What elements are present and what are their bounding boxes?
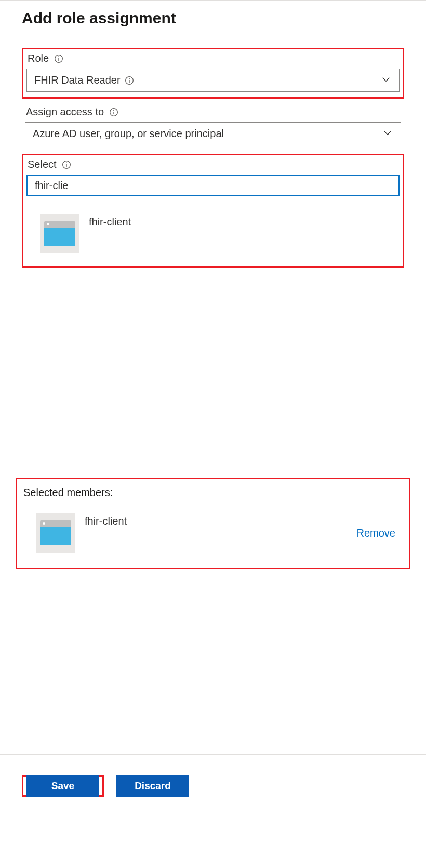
- select-results: fhir-client: [26, 196, 400, 261]
- select-section-highlight: Select fhir-clie fhir-client: [22, 154, 404, 268]
- role-dropdown-value: FHIR Data Reader: [34, 74, 121, 86]
- chevron-down-icon: [380, 73, 392, 87]
- assign-access-section: Assign access to Azure AD user, group, o…: [22, 106, 404, 145]
- search-result-item[interactable]: fhir-client: [40, 214, 398, 261]
- assign-access-value: Azure AD user, group, or service princip…: [33, 128, 224, 140]
- role-label: Role: [28, 52, 49, 64]
- chevron-down-icon: [382, 127, 393, 141]
- app-icon: [36, 513, 75, 553]
- discard-button[interactable]: Discard: [116, 775, 189, 797]
- info-icon[interactable]: [54, 54, 63, 63]
- assign-access-label-row: Assign access to: [26, 106, 401, 118]
- info-icon[interactable]: [109, 108, 118, 117]
- selected-member-item: fhir-client Remove: [22, 513, 404, 560]
- assign-access-dropdown[interactable]: Azure AD user, group, or service princip…: [25, 122, 401, 145]
- footer-divider: [0, 754, 426, 755]
- footer-actions: Save Discard: [22, 775, 189, 797]
- save-button-highlight: Save: [22, 775, 104, 797]
- info-icon[interactable]: [125, 76, 134, 85]
- selected-member-name: fhir-client: [85, 514, 127, 527]
- role-label-row: Role: [28, 52, 400, 64]
- svg-point-2: [58, 56, 59, 57]
- assign-access-label: Assign access to: [26, 106, 104, 118]
- role-section-highlight: Role FHIR Data Reader: [22, 48, 404, 99]
- select-label-row: Select: [28, 158, 400, 170]
- remove-link[interactable]: Remove: [357, 527, 400, 539]
- select-search-value: fhir-clie: [35, 180, 68, 192]
- select-label: Select: [28, 158, 57, 170]
- info-icon[interactable]: [62, 160, 71, 169]
- svg-point-11: [66, 162, 67, 163]
- selected-members-highlight: Selected members: fhir-client Remove: [16, 478, 410, 569]
- svg-point-8: [113, 110, 114, 111]
- save-button[interactable]: Save: [26, 775, 99, 797]
- page-title: Add role assignment: [22, 9, 404, 27]
- app-icon: [40, 214, 79, 253]
- svg-point-5: [129, 78, 130, 79]
- role-dropdown[interactable]: FHIR Data Reader: [26, 69, 400, 92]
- text-caret: [69, 179, 69, 192]
- select-search-input[interactable]: fhir-clie: [26, 175, 400, 196]
- search-result-name: fhir-client: [89, 215, 131, 228]
- selected-members-title: Selected members:: [23, 487, 404, 499]
